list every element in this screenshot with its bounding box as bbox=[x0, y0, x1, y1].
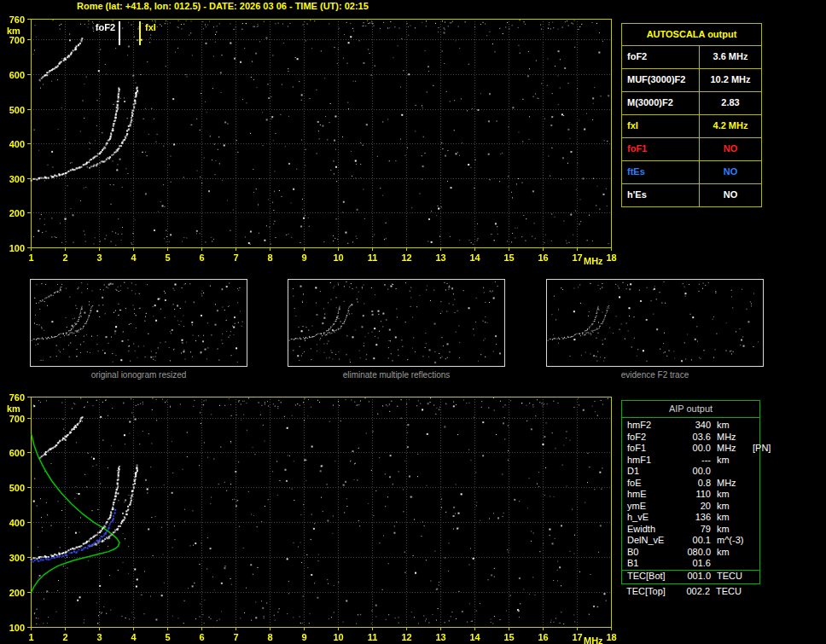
parameter-value: 4.2 MHz bbox=[700, 115, 761, 137]
aip-table-row: hmF2340km bbox=[622, 420, 759, 432]
parameter-value: 00.0 bbox=[680, 443, 711, 455]
autoscala-table-row: ftEsNO bbox=[622, 161, 761, 184]
autoscala-panel-title: AUTOSCALA output bbox=[622, 24, 761, 46]
autoscala-table: foF23.6 MHzMUF(3000)F210.2 MHzM(3000)F22… bbox=[622, 46, 761, 206]
parameter-note bbox=[750, 558, 757, 570]
parameter-name: B0 bbox=[627, 547, 680, 559]
thumbnail-caption: eliminate multiple reflections bbox=[288, 370, 505, 380]
main-ionogram-canvas bbox=[0, 14, 619, 271]
parameter-name: D1 bbox=[627, 466, 680, 478]
parameter-value: 00.1 bbox=[680, 535, 711, 547]
parameter-note bbox=[750, 478, 757, 490]
autoscala-table-row: fxI4.2 MHz bbox=[622, 115, 761, 138]
thumbnail-canvas-f2-trace bbox=[546, 279, 764, 367]
parameter-name: foF1 bbox=[627, 443, 680, 455]
parameter-note bbox=[750, 466, 757, 478]
autoscala-table-row: MUF(3000)F210.2 MHz bbox=[622, 69, 761, 92]
parameter-name: DelN_vE bbox=[627, 535, 680, 547]
parameter-value: NO bbox=[700, 161, 761, 183]
parameter-unit: TECU bbox=[710, 586, 749, 598]
aip-table-row: h_vE136km bbox=[622, 512, 759, 524]
autoscala-app-window: Rome (lat: +41.8, lon: 012.5) - DATE: 20… bbox=[0, 0, 826, 644]
parameter-value: NO bbox=[700, 184, 761, 206]
parameter-name: B1 bbox=[627, 558, 680, 570]
parameter-value: 0.8 bbox=[680, 478, 711, 490]
parameter-value: 001.0 bbox=[680, 571, 711, 583]
parameter-name: MUF(3000)F2 bbox=[622, 69, 700, 91]
thumbnail-multiple-reflections-removed: eliminate multiple reflections bbox=[288, 279, 505, 380]
aip-table: hmF2340kmfoF203.6MHzfoF100.0MHz[PN]hmF1-… bbox=[622, 418, 759, 583]
station-date-time-header: Rome (lat: +41.8, lon: 012.5) - DATE: 20… bbox=[77, 1, 369, 11]
parameter-unit: TECU bbox=[711, 571, 750, 583]
parameter-name: foF2 bbox=[627, 432, 680, 444]
parameter-value: --- bbox=[680, 455, 711, 467]
parameter-note bbox=[749, 586, 758, 598]
parameter-unit: km bbox=[711, 489, 750, 501]
parameter-note bbox=[750, 512, 757, 524]
parameter-value: 79 bbox=[680, 524, 711, 536]
thumbnail-caption: original ionogram resized bbox=[30, 370, 247, 380]
autoscala-table-row: foF1NO bbox=[622, 138, 761, 161]
parameter-unit bbox=[711, 558, 750, 570]
parameter-name: h_vE bbox=[627, 512, 680, 524]
aip-table-row: foF100.0MHz[PN] bbox=[622, 443, 759, 455]
parameter-name: TEC[Top] bbox=[626, 586, 679, 598]
parameter-value: 3.6 MHz bbox=[700, 46, 761, 68]
parameter-unit: km bbox=[711, 420, 750, 432]
aip-table-row: ymE20km bbox=[622, 501, 759, 513]
aip-table-row: B0080.0km bbox=[622, 547, 759, 559]
parameter-unit: MHz bbox=[711, 432, 750, 444]
aip-table-row: hmF1---km bbox=[622, 455, 759, 467]
aip-tec-top-row-container: TEC[Top]002.2TECU bbox=[621, 584, 760, 598]
aip-table-row: foE0.8MHz bbox=[622, 478, 759, 490]
thumbnail-canvas-cleaned bbox=[288, 279, 505, 367]
parameter-value: 340 bbox=[680, 420, 711, 432]
parameter-value: 110 bbox=[680, 489, 711, 501]
profile-ionogram-canvas bbox=[0, 392, 619, 644]
parameter-value: 136 bbox=[680, 512, 711, 524]
parameter-name: TEC[Bot] bbox=[627, 571, 680, 583]
aip-table-row: TEC[Bot]001.0TECU bbox=[622, 570, 759, 583]
parameter-note bbox=[750, 535, 757, 547]
parameter-name: hmF2 bbox=[627, 420, 680, 432]
parameter-name: M(3000)F2 bbox=[622, 92, 700, 114]
aip-output-panel: AIP output hmF2340kmfoF203.6MHzfoF100.0M… bbox=[621, 400, 760, 598]
parameter-unit: m^(-3) bbox=[711, 535, 750, 547]
parameter-name: foE bbox=[627, 478, 680, 490]
parameter-note bbox=[750, 501, 757, 513]
parameter-value: 10.2 MHz bbox=[700, 69, 761, 91]
parameter-name: fxI bbox=[622, 115, 700, 137]
parameter-note bbox=[750, 571, 757, 583]
parameter-unit: km bbox=[711, 501, 750, 513]
parameter-value: 00.0 bbox=[680, 466, 711, 478]
parameter-value: 01.6 bbox=[680, 558, 711, 570]
aip-table-row: foF203.6MHz bbox=[622, 432, 759, 444]
parameter-name: Ewidth bbox=[627, 524, 680, 536]
parameter-name: foF1 bbox=[622, 138, 700, 160]
autoscala-table-row: h'EsNO bbox=[622, 184, 761, 206]
autoscala-output-panel: AUTOSCALA output foF23.6 MHzMUF(3000)F21… bbox=[621, 23, 762, 207]
thumbnail-canvas-original bbox=[30, 279, 247, 367]
autoscala-table-row: foF23.6 MHz bbox=[622, 46, 761, 69]
parameter-value: 080.0 bbox=[680, 547, 711, 559]
parameter-name: hmE bbox=[627, 489, 680, 501]
autoscala-table-row: M(3000)F22.83 bbox=[622, 92, 761, 115]
aip-table-row: TEC[Top]002.2TECU bbox=[621, 584, 760, 598]
parameter-name: foF2 bbox=[622, 46, 700, 68]
parameter-note bbox=[750, 524, 757, 536]
parameter-name: h'Es bbox=[622, 184, 700, 206]
parameter-name: hmF1 bbox=[627, 455, 680, 467]
thumbnail-f2-trace-evidence: evidence F2 trace bbox=[546, 279, 764, 380]
parameter-name: ymE bbox=[627, 501, 680, 513]
parameter-value: 03.6 bbox=[680, 432, 711, 444]
parameter-note bbox=[750, 455, 757, 467]
parameter-unit: km bbox=[711, 524, 750, 536]
parameter-unit: km bbox=[711, 512, 750, 524]
parameter-unit bbox=[711, 466, 750, 478]
parameter-value: 20 bbox=[680, 501, 711, 513]
aip-table-row: B101.6 bbox=[622, 558, 759, 570]
parameter-note bbox=[750, 547, 757, 559]
parameter-value: NO bbox=[700, 138, 761, 160]
parameter-note bbox=[750, 432, 757, 444]
parameter-unit: MHz bbox=[711, 443, 750, 455]
